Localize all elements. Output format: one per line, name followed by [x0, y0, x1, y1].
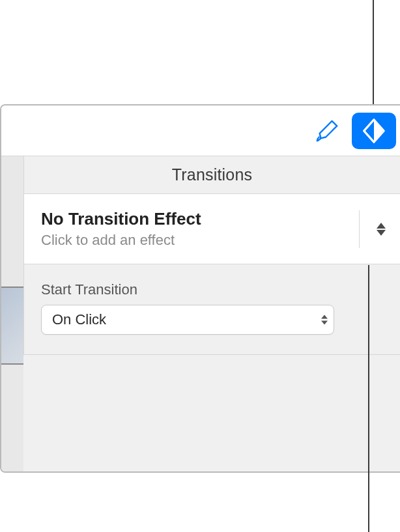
paintbrush-icon	[315, 119, 339, 143]
start-transition-select[interactable]: On Click	[41, 305, 334, 335]
toolbar	[1, 105, 400, 156]
start-transition-value: On Click	[52, 311, 106, 328]
start-transition-label: Start Transition	[41, 281, 383, 298]
format-button[interactable]	[305, 113, 349, 149]
effect-subtitle: Click to add an effect	[41, 232, 359, 249]
slide-navigator-edge	[1, 156, 23, 473]
start-transition-section: Start Transition On Click	[23, 264, 400, 355]
inspector-window: Transitions No Transition Effect Click t…	[0, 104, 400, 473]
effect-stepper[interactable]	[359, 210, 391, 248]
effect-title: No Transition Effect	[41, 209, 359, 229]
panel-header: Transitions	[23, 156, 400, 194]
panel-title: Transitions	[172, 165, 253, 184]
transitions-panel: Transitions No Transition Effect Click t…	[23, 156, 400, 471]
animate-button[interactable]	[352, 113, 396, 149]
chevron-down-icon	[377, 230, 386, 236]
chevron-up-icon	[377, 223, 386, 229]
slide-thumbnail-edge[interactable]	[1, 287, 23, 365]
callout-line-bottom	[368, 265, 369, 532]
effect-text-column: No Transition Effect Click to add an eff…	[41, 209, 359, 249]
select-chevrons-icon	[321, 315, 328, 325]
animate-diamond-icon	[359, 116, 389, 146]
start-transition-select-wrap: On Click	[41, 305, 334, 335]
callout-line-top	[373, 0, 374, 116]
transition-effect-row[interactable]: No Transition Effect Click to add an eff…	[23, 194, 400, 264]
